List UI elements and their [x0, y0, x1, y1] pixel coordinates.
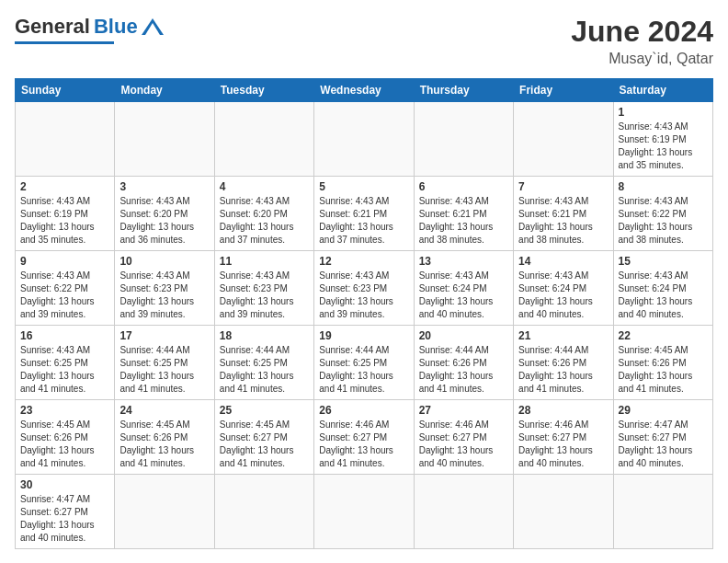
location-label: Musay`id, Qatar [571, 51, 713, 67]
logo-triangle-icon [142, 18, 164, 35]
day-info: Sunrise: 4:43 AM Sunset: 6:24 PM Dayligh… [518, 270, 608, 321]
week-row-4: 16Sunrise: 4:43 AM Sunset: 6:25 PM Dayli… [16, 326, 713, 400]
calendar-table: SundayMondayTuesdayWednesdayThursdayFrid… [15, 78, 713, 549]
day-number: 17 [119, 329, 209, 342]
day-number: 4 [220, 180, 309, 193]
day-info: Sunrise: 4:43 AM Sunset: 6:19 PM Dayligh… [619, 121, 708, 172]
calendar-cell: 19Sunrise: 4:44 AM Sunset: 6:25 PM Dayli… [314, 326, 414, 400]
day-info: Sunrise: 4:45 AM Sunset: 6:26 PM Dayligh… [20, 419, 109, 470]
weekday-monday: Monday [115, 79, 214, 102]
calendar-cell [613, 475, 712, 549]
day-number: 13 [419, 255, 508, 268]
day-number: 29 [619, 404, 708, 417]
day-number: 28 [518, 404, 608, 417]
calendar-cell: 14Sunrise: 4:43 AM Sunset: 6:24 PM Dayli… [514, 251, 613, 326]
day-number: 21 [518, 329, 608, 342]
day-info: Sunrise: 4:43 AM Sunset: 6:23 PM Dayligh… [220, 270, 309, 321]
calendar-cell: 25Sunrise: 4:45 AM Sunset: 6:27 PM Dayli… [214, 400, 313, 475]
week-row-5: 23Sunrise: 4:45 AM Sunset: 6:26 PM Dayli… [16, 400, 713, 475]
day-number: 14 [518, 255, 608, 268]
day-number: 7 [518, 180, 608, 193]
calendar-cell [314, 102, 414, 177]
calendar-cell: 27Sunrise: 4:46 AM Sunset: 6:27 PM Dayli… [414, 400, 513, 475]
page-header: General Blue June 2024 Musay`id, Qatar [15, 15, 713, 67]
day-number: 11 [220, 255, 309, 268]
week-row-1: 1Sunrise: 4:43 AM Sunset: 6:19 PM Daylig… [16, 102, 713, 177]
day-info: Sunrise: 4:43 AM Sunset: 6:24 PM Dayligh… [419, 270, 508, 321]
day-number: 26 [319, 404, 408, 417]
day-number: 25 [220, 404, 309, 417]
calendar-title: June 2024 Musay`id, Qatar [571, 15, 713, 67]
day-number: 24 [119, 404, 209, 417]
day-info: Sunrise: 4:43 AM Sunset: 6:23 PM Dayligh… [319, 270, 408, 321]
day-info: Sunrise: 4:44 AM Sunset: 6:26 PM Dayligh… [419, 344, 508, 396]
calendar-cell: 20Sunrise: 4:44 AM Sunset: 6:26 PM Dayli… [414, 326, 513, 400]
day-info: Sunrise: 4:44 AM Sunset: 6:25 PM Dayligh… [319, 344, 408, 396]
day-number: 16 [20, 329, 109, 342]
weekday-thursday: Thursday [414, 79, 513, 102]
calendar-cell: 15Sunrise: 4:43 AM Sunset: 6:24 PM Dayli… [613, 251, 712, 326]
calendar-cell [314, 475, 414, 549]
week-row-3: 9Sunrise: 4:43 AM Sunset: 6:22 PM Daylig… [16, 251, 713, 326]
calendar-cell: 24Sunrise: 4:45 AM Sunset: 6:26 PM Dayli… [115, 400, 214, 475]
calendar-cell: 18Sunrise: 4:44 AM Sunset: 6:25 PM Dayli… [214, 326, 313, 400]
day-number: 15 [619, 255, 708, 268]
day-info: Sunrise: 4:43 AM Sunset: 6:25 PM Dayligh… [20, 344, 109, 396]
calendar-cell: 9Sunrise: 4:43 AM Sunset: 6:22 PM Daylig… [16, 251, 115, 326]
calendar-cell: 13Sunrise: 4:43 AM Sunset: 6:24 PM Dayli… [414, 251, 513, 326]
calendar-cell: 17Sunrise: 4:44 AM Sunset: 6:25 PM Dayli… [115, 326, 214, 400]
day-info: Sunrise: 4:45 AM Sunset: 6:27 PM Dayligh… [220, 419, 309, 470]
calendar-cell [115, 102, 214, 177]
day-info: Sunrise: 4:45 AM Sunset: 6:26 PM Dayligh… [619, 344, 708, 396]
logo-general: General [15, 15, 90, 39]
day-info: Sunrise: 4:43 AM Sunset: 6:20 PM Dayligh… [220, 195, 309, 247]
calendar-cell: 5Sunrise: 4:43 AM Sunset: 6:21 PM Daylig… [314, 177, 414, 251]
calendar-cell: 21Sunrise: 4:44 AM Sunset: 6:26 PM Dayli… [514, 326, 613, 400]
week-row-6: 30Sunrise: 4:47 AM Sunset: 6:27 PM Dayli… [16, 475, 713, 549]
calendar-cell [16, 102, 115, 177]
calendar-cell: 6Sunrise: 4:43 AM Sunset: 6:21 PM Daylig… [414, 177, 513, 251]
weekday-header-row: SundayMondayTuesdayWednesdayThursdayFrid… [16, 79, 713, 102]
weekday-friday: Friday [514, 79, 613, 102]
day-info: Sunrise: 4:43 AM Sunset: 6:22 PM Dayligh… [619, 195, 708, 247]
day-number: 20 [419, 329, 508, 342]
day-info: Sunrise: 4:46 AM Sunset: 6:27 PM Dayligh… [319, 419, 408, 470]
calendar-cell: 3Sunrise: 4:43 AM Sunset: 6:20 PM Daylig… [115, 177, 214, 251]
calendar-cell: 22Sunrise: 4:45 AM Sunset: 6:26 PM Dayli… [613, 326, 712, 400]
calendar-cell: 16Sunrise: 4:43 AM Sunset: 6:25 PM Dayli… [16, 326, 115, 400]
day-info: Sunrise: 4:44 AM Sunset: 6:26 PM Dayligh… [518, 344, 608, 396]
calendar-cell [115, 475, 214, 549]
day-number: 2 [20, 180, 109, 193]
day-info: Sunrise: 4:47 AM Sunset: 6:27 PM Dayligh… [20, 493, 109, 545]
month-year-label: June 2024 [571, 15, 713, 49]
day-number: 22 [619, 329, 708, 342]
day-number: 9 [20, 255, 109, 268]
day-info: Sunrise: 4:43 AM Sunset: 6:20 PM Dayligh… [119, 195, 209, 247]
day-number: 19 [319, 329, 408, 342]
calendar-cell [414, 475, 513, 549]
calendar-cell: 29Sunrise: 4:47 AM Sunset: 6:27 PM Dayli… [613, 400, 712, 475]
day-number: 10 [119, 255, 209, 268]
calendar-cell: 28Sunrise: 4:46 AM Sunset: 6:27 PM Dayli… [514, 400, 613, 475]
day-info: Sunrise: 4:46 AM Sunset: 6:27 PM Dayligh… [419, 419, 508, 470]
day-info: Sunrise: 4:45 AM Sunset: 6:26 PM Dayligh… [119, 419, 209, 470]
calendar-cell: 1Sunrise: 4:43 AM Sunset: 6:19 PM Daylig… [613, 102, 712, 177]
day-info: Sunrise: 4:43 AM Sunset: 6:24 PM Dayligh… [619, 270, 708, 321]
day-number: 18 [220, 329, 309, 342]
day-info: Sunrise: 4:43 AM Sunset: 6:21 PM Dayligh… [319, 195, 408, 247]
day-number: 5 [319, 180, 408, 193]
calendar-cell: 8Sunrise: 4:43 AM Sunset: 6:22 PM Daylig… [613, 177, 712, 251]
day-info: Sunrise: 4:46 AM Sunset: 6:27 PM Dayligh… [518, 419, 608, 470]
weekday-saturday: Saturday [613, 79, 712, 102]
day-info: Sunrise: 4:43 AM Sunset: 6:21 PM Dayligh… [419, 195, 508, 247]
calendar-cell: 7Sunrise: 4:43 AM Sunset: 6:21 PM Daylig… [514, 177, 613, 251]
logo: General Blue [15, 15, 164, 44]
day-info: Sunrise: 4:43 AM Sunset: 6:19 PM Dayligh… [20, 195, 109, 247]
day-number: 6 [419, 180, 508, 193]
calendar-cell: 2Sunrise: 4:43 AM Sunset: 6:19 PM Daylig… [16, 177, 115, 251]
weekday-tuesday: Tuesday [214, 79, 313, 102]
calendar-body: 1Sunrise: 4:43 AM Sunset: 6:19 PM Daylig… [16, 102, 713, 549]
calendar-cell: 30Sunrise: 4:47 AM Sunset: 6:27 PM Dayli… [16, 475, 115, 549]
day-number: 8 [619, 180, 708, 193]
calendar-cell: 10Sunrise: 4:43 AM Sunset: 6:23 PM Dayli… [115, 251, 214, 326]
